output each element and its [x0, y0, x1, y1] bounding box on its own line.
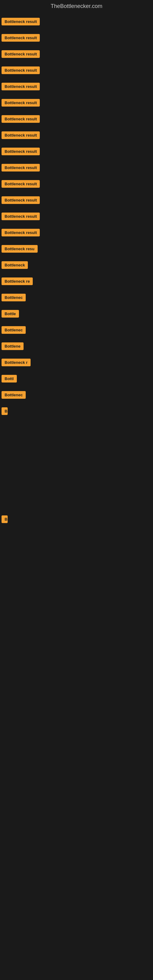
bottleneck-badge[interactable]: Bottleneck result — [2, 196, 40, 204]
bottleneck-badge[interactable]: Bottlenec — [2, 294, 26, 301]
list-item: Bottleneck result — [2, 79, 151, 95]
bottleneck-badge[interactable]: Bottleneck result — [2, 131, 40, 139]
empty-row — [2, 420, 151, 443]
list-item: B — [2, 512, 151, 528]
site-title: TheBottlenecker.com — [0, 0, 153, 14]
list-item: Bottleneck result — [2, 177, 151, 192]
list-item: Bottleneck re — [2, 274, 151, 290]
bottleneck-badge[interactable]: Bottleneck result — [2, 67, 40, 74]
bottleneck-badge[interactable]: Bottleneck — [2, 261, 28, 269]
items-container: Bottleneck resultBottleneck resultBottle… — [0, 14, 153, 643]
empty-row — [2, 574, 151, 597]
bottleneck-badge[interactable]: Bottle — [2, 310, 19, 318]
bottleneck-badge[interactable]: Bottlenec — [2, 326, 26, 334]
bottleneck-badge[interactable]: Bottleneck result — [2, 34, 40, 41]
list-item: Bottleneck result — [2, 225, 151, 241]
list-item: Bottleneck result — [2, 192, 151, 209]
bottleneck-badge[interactable]: Bottleneck result — [2, 99, 40, 107]
bottleneck-badge[interactable]: Bottleneck result — [2, 213, 40, 220]
empty-row — [2, 466, 151, 489]
list-item: Bottleneck result — [2, 160, 151, 177]
list-item: Bottleneck result — [2, 111, 151, 128]
empty-row — [2, 489, 151, 512]
list-item: Bottlenec — [2, 387, 151, 404]
list-item: Bottleneck resu — [2, 241, 151, 258]
list-item: Bottlenec — [2, 290, 151, 306]
list-item: Bottle — [2, 306, 151, 323]
list-item: Bottl — [2, 371, 151, 387]
list-item: Bottleneck result — [2, 46, 151, 63]
bottleneck-badge[interactable]: Bottlene — [2, 342, 24, 350]
bottleneck-badge[interactable]: Bottleneck resu — [2, 245, 38, 253]
bottleneck-badge[interactable]: Bottleneck re — [2, 277, 33, 285]
bottleneck-badge[interactable]: Bottleneck result — [2, 115, 40, 123]
bottleneck-badge[interactable]: Bottleneck r — [2, 359, 30, 366]
list-item: Bottleneck result — [2, 14, 151, 30]
bottleneck-badge[interactable]: Bottlenec — [2, 391, 26, 399]
bottleneck-badge[interactable]: Bottleneck result — [2, 18, 40, 25]
list-item: Bottleneck result — [2, 144, 151, 160]
empty-row — [2, 528, 151, 551]
list-item: Bottleneck result — [2, 30, 151, 46]
bottleneck-badge[interactable]: Bottleneck result — [2, 148, 40, 155]
bottleneck-badge[interactable]: Bottleneck result — [2, 50, 40, 58]
bottleneck-badge[interactable]: Bottleneck result — [2, 180, 40, 188]
list-item: Bottleneck result — [2, 63, 151, 79]
empty-row — [2, 551, 151, 574]
bottleneck-badge[interactable]: Bottleneck result — [2, 229, 40, 236]
list-item: Bottleneck result — [2, 209, 151, 225]
bottleneck-badge[interactable]: B — [2, 515, 8, 523]
list-item: Bottlene — [2, 339, 151, 355]
bottleneck-badge[interactable]: Bottleneck result — [2, 83, 40, 90]
empty-row — [2, 443, 151, 466]
list-item: Bottleneck — [2, 258, 151, 274]
bottleneck-badge[interactable]: Bottl — [2, 375, 17, 382]
bottleneck-badge[interactable]: Bottleneck result — [2, 164, 40, 172]
list-item: B — [2, 404, 151, 420]
list-item: Bottleneck result — [2, 95, 151, 111]
list-item: Bottleneck result — [2, 128, 151, 144]
empty-row — [2, 620, 151, 643]
empty-row — [2, 597, 151, 620]
bottleneck-badge[interactable]: B — [2, 407, 8, 415]
list-item: Bottlenec — [2, 323, 151, 339]
list-item: Bottleneck r — [2, 355, 151, 371]
